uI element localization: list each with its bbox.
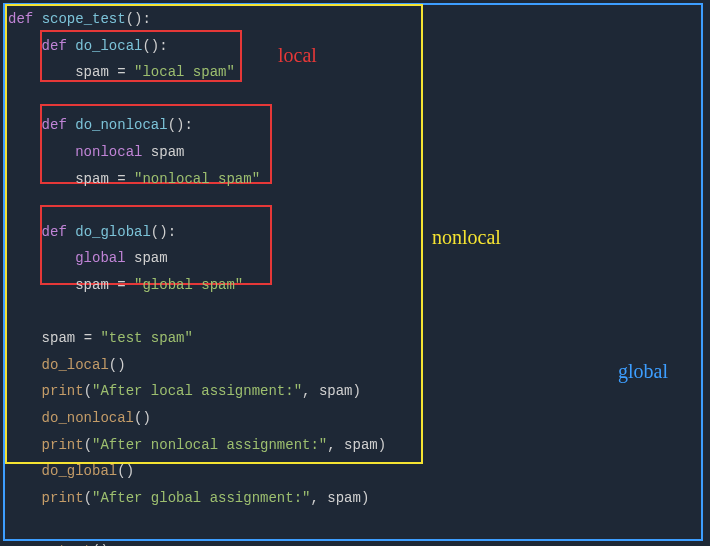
operator: = — [84, 330, 92, 346]
string-literal: "local spam" — [134, 64, 235, 80]
keyword-def: def — [42, 224, 67, 240]
operator: = — [117, 64, 125, 80]
string-literal: "After nonlocal assignment:" — [92, 437, 327, 453]
variable: spam — [75, 277, 109, 293]
string-literal: "After local assignment:" — [92, 383, 302, 399]
operator: = — [117, 277, 125, 293]
function-call: do_local — [42, 357, 109, 373]
string-literal: "After global assignment:" — [92, 490, 310, 506]
string-literal: "global spam" — [134, 277, 243, 293]
print-call: print — [42, 490, 84, 506]
code-block: def scope_test(): def do_local(): spam =… — [8, 6, 386, 546]
variable: spam — [75, 171, 109, 187]
string-literal: "nonlocal spam" — [134, 171, 260, 187]
comma: , — [302, 383, 319, 399]
keyword-def: def — [8, 11, 33, 27]
variable: spam — [42, 330, 76, 346]
print-call: print — [42, 437, 84, 453]
variable: spam — [319, 383, 353, 399]
string-literal: "test spam" — [100, 330, 192, 346]
variable: spam — [344, 437, 378, 453]
function-call: do_nonlocal — [42, 410, 134, 426]
label-nonlocal: nonlocal — [432, 218, 501, 256]
variable: spam — [134, 250, 168, 266]
comma: , — [327, 437, 344, 453]
keyword-global: global — [75, 250, 125, 266]
function-name: do_nonlocal — [75, 117, 167, 133]
function-name: scope_test — [42, 11, 126, 27]
function-name: do_global — [75, 224, 151, 240]
variable: spam — [75, 64, 109, 80]
function-call: do_global — [42, 463, 118, 479]
function-name: do_local — [75, 38, 142, 54]
variable: spam — [327, 490, 361, 506]
print-call: print — [42, 383, 84, 399]
operator: = — [117, 171, 125, 187]
diagram-container: local nonlocal global def scope_test(): … — [0, 0, 710, 546]
comma: , — [310, 490, 327, 506]
keyword-nonlocal: nonlocal — [75, 144, 142, 160]
label-global: global — [618, 352, 668, 390]
keyword-def: def — [42, 117, 67, 133]
keyword-def: def — [42, 38, 67, 54]
variable: spam — [151, 144, 185, 160]
